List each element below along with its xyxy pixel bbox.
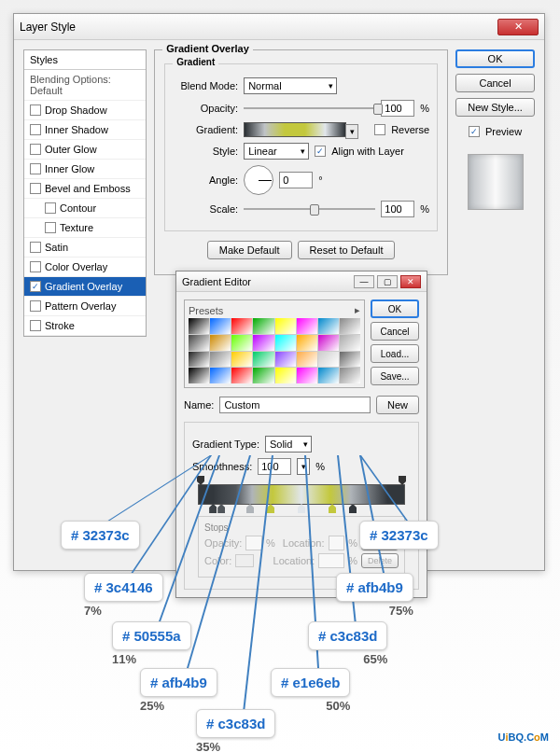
ok-button[interactable]: OK xyxy=(455,49,535,68)
styles-header[interactable]: Styles xyxy=(24,50,146,70)
ge-cancel-button[interactable]: Cancel xyxy=(371,322,419,341)
checkbox-icon[interactable] xyxy=(30,163,41,174)
preset-swatch[interactable] xyxy=(253,352,273,368)
align-checkbox[interactable]: ✓ xyxy=(315,146,326,157)
titlebar[interactable]: Layer Style ✕ xyxy=(14,14,544,40)
cancel-button[interactable]: Cancel xyxy=(455,74,535,92)
smoothness-input[interactable]: 100 xyxy=(258,458,291,475)
reverse-checkbox[interactable] xyxy=(374,124,385,135)
checkbox-icon[interactable] xyxy=(30,320,41,331)
preset-swatch[interactable] xyxy=(210,368,231,383)
preset-swatch[interactable] xyxy=(275,352,296,368)
style-select[interactable]: Linear xyxy=(244,143,309,160)
preset-swatch[interactable] xyxy=(297,368,317,383)
close-button[interactable]: ✕ xyxy=(497,19,539,35)
preset-swatch[interactable] xyxy=(210,318,231,334)
checkbox-icon[interactable] xyxy=(45,222,56,233)
preset-swatch[interactable] xyxy=(275,335,296,351)
checkbox-icon[interactable] xyxy=(30,183,41,194)
presets-menu-icon[interactable]: ▸ xyxy=(355,304,360,316)
angle-input[interactable]: 0 xyxy=(279,172,313,188)
scale-input[interactable]: 100 xyxy=(381,201,414,217)
preset-swatch[interactable] xyxy=(189,335,209,351)
preset-swatch[interactable] xyxy=(231,352,252,368)
minimize-icon[interactable]: — xyxy=(354,275,374,288)
checkbox-icon[interactable]: ✓ xyxy=(30,281,41,292)
reset-default-button[interactable]: Reset to Default xyxy=(298,241,396,259)
name-input[interactable]: Custom xyxy=(219,397,371,413)
gradient-swatch[interactable] xyxy=(244,122,346,137)
checkbox-icon[interactable] xyxy=(30,300,41,312)
color-stop[interactable] xyxy=(267,504,274,513)
stop-opacity-input[interactable] xyxy=(245,536,262,550)
preview-checkbox[interactable]: ✓ xyxy=(469,126,480,137)
ge-close-button[interactable]: ✕ xyxy=(400,275,421,288)
stop-location-input[interactable] xyxy=(329,536,345,550)
grad-type-select[interactable]: Solid xyxy=(265,436,312,453)
new-style-button[interactable]: New Style... xyxy=(455,98,535,117)
ge-save-button[interactable]: Save... xyxy=(371,367,419,385)
ge-titlebar[interactable]: Gradient Editor — ▢ ✕ xyxy=(176,272,427,292)
checkbox-icon[interactable] xyxy=(30,261,41,272)
color-stop[interactable] xyxy=(209,504,217,513)
stop-color-swatch[interactable] xyxy=(235,554,254,567)
preset-swatch[interactable] xyxy=(340,368,360,383)
scale-slider[interactable] xyxy=(244,202,375,216)
delete-opacity-stop-button[interactable]: Delete xyxy=(361,536,399,550)
color-stop[interactable] xyxy=(246,504,254,513)
checkbox-icon[interactable] xyxy=(30,242,41,253)
maximize-icon[interactable]: ▢ xyxy=(377,275,398,288)
preset-swatch[interactable] xyxy=(297,352,317,368)
color-stop[interactable] xyxy=(329,504,336,513)
preset-swatch[interactable] xyxy=(231,368,252,383)
delete-color-stop-button[interactable]: Delete xyxy=(361,553,399,568)
angle-dial[interactable] xyxy=(244,165,273,195)
blend-mode-select[interactable]: Normal xyxy=(244,77,337,94)
style-item-gradient-overlay[interactable]: ✓Gradient Overlay xyxy=(24,277,146,297)
opacity-stop[interactable] xyxy=(197,476,204,485)
preset-swatch[interactable] xyxy=(297,335,317,351)
style-item-inner-glow[interactable]: Inner Glow xyxy=(24,160,146,179)
preset-swatch[interactable] xyxy=(253,335,273,351)
preset-swatch[interactable] xyxy=(189,318,209,334)
color-stop[interactable] xyxy=(217,504,225,513)
checkbox-icon[interactable] xyxy=(30,124,41,135)
color-stop[interactable] xyxy=(298,504,305,513)
opacity-slider[interactable] xyxy=(244,102,375,115)
preset-swatch[interactable] xyxy=(340,352,360,368)
blending-options-item[interactable]: Blending Options: Default xyxy=(24,70,146,101)
checkbox-icon[interactable] xyxy=(30,104,41,116)
make-default-button[interactable]: Make Default xyxy=(207,241,292,259)
checkbox-icon[interactable] xyxy=(45,202,56,214)
style-item-satin[interactable]: Satin xyxy=(24,238,146,258)
style-item-inner-shadow[interactable]: Inner Shadow xyxy=(24,120,146,140)
preset-swatch[interactable] xyxy=(318,335,339,351)
preset-swatch[interactable] xyxy=(318,368,339,383)
preset-swatch[interactable] xyxy=(275,318,296,334)
style-item-outer-glow[interactable]: Outer Glow xyxy=(24,140,146,160)
presets-grid[interactable] xyxy=(189,318,360,383)
ge-load-button[interactable]: Load... xyxy=(371,344,419,363)
preset-swatch[interactable] xyxy=(231,318,252,334)
style-item-bevel-and-emboss[interactable]: Bevel and Emboss xyxy=(24,179,146,199)
preset-swatch[interactable] xyxy=(210,352,231,368)
opacity-stop[interactable] xyxy=(399,476,406,485)
gradient-bar[interactable] xyxy=(198,484,405,505)
color-stop[interactable] xyxy=(349,504,357,513)
preset-swatch[interactable] xyxy=(189,368,209,383)
style-item-pattern-overlay[interactable]: Pattern Overlay xyxy=(24,297,146,316)
preset-swatch[interactable] xyxy=(318,318,339,334)
preset-swatch[interactable] xyxy=(275,368,296,383)
opacity-input[interactable]: 100 xyxy=(381,100,414,117)
style-item-drop-shadow[interactable]: Drop Shadow xyxy=(24,101,146,120)
style-item-stroke[interactable]: Stroke xyxy=(24,316,146,336)
preset-swatch[interactable] xyxy=(210,335,231,351)
preset-swatch[interactable] xyxy=(297,318,317,334)
preset-swatch[interactable] xyxy=(231,335,252,351)
ge-ok-button[interactable]: OK xyxy=(371,299,419,318)
preset-swatch[interactable] xyxy=(253,368,273,383)
preset-swatch[interactable] xyxy=(189,352,209,368)
style-item-texture[interactable]: Texture xyxy=(24,218,146,238)
preset-swatch[interactable] xyxy=(253,318,273,334)
preset-swatch[interactable] xyxy=(318,352,339,368)
